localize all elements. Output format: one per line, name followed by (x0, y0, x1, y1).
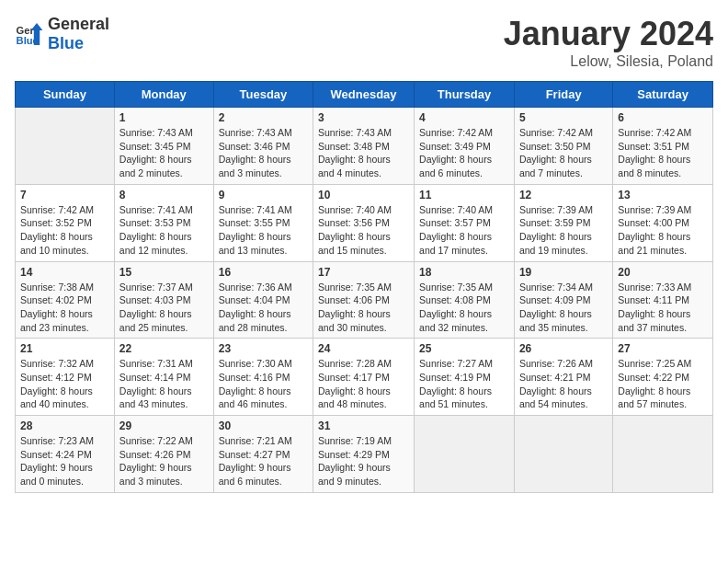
day-info: Sunrise: 7:27 AM Sunset: 4:19 PM Dayligh… (419, 357, 509, 411)
calendar-cell: 25Sunrise: 7:27 AM Sunset: 4:19 PM Dayli… (415, 339, 515, 416)
calendar-week-1: 1Sunrise: 7:43 AM Sunset: 3:45 PM Daylig… (16, 108, 713, 185)
day-number: 11 (419, 189, 509, 201)
calendar-cell: 17Sunrise: 7:35 AM Sunset: 4:06 PM Dayli… (313, 261, 415, 339)
day-number: 13 (618, 189, 708, 201)
day-header-saturday: Saturday (613, 82, 713, 108)
day-info: Sunrise: 7:19 AM Sunset: 4:29 PM Dayligh… (318, 434, 409, 488)
day-info: Sunrise: 7:32 AM Sunset: 4:12 PM Dayligh… (20, 357, 109, 411)
day-number: 6 (618, 111, 708, 124)
day-number: 21 (20, 342, 109, 355)
day-number: 8 (119, 189, 209, 201)
day-number: 14 (20, 266, 109, 279)
day-info: Sunrise: 7:35 AM Sunset: 4:06 PM Dayligh… (318, 281, 409, 335)
day-info: Sunrise: 7:30 AM Sunset: 4:16 PM Dayligh… (219, 357, 308, 411)
calendar-cell: 16Sunrise: 7:36 AM Sunset: 4:04 PM Dayli… (213, 261, 313, 339)
day-number: 15 (119, 266, 209, 279)
day-info: Sunrise: 7:25 AM Sunset: 4:22 PM Dayligh… (618, 357, 708, 411)
day-info: Sunrise: 7:39 AM Sunset: 4:00 PM Dayligh… (618, 203, 708, 258)
day-number: 26 (519, 342, 608, 355)
day-info: Sunrise: 7:33 AM Sunset: 4:11 PM Dayligh… (618, 281, 708, 335)
calendar-cell: 14Sunrise: 7:38 AM Sunset: 4:02 PM Dayli… (16, 261, 115, 339)
calendar-subtitle: Lelow, Silesia, Poland (504, 53, 713, 70)
calendar-cell: 30Sunrise: 7:21 AM Sunset: 4:27 PM Dayli… (213, 416, 313, 493)
day-info: Sunrise: 7:41 AM Sunset: 3:53 PM Dayligh… (119, 203, 209, 258)
calendar-cell (514, 416, 612, 493)
calendar-title: January 2024 (504, 15, 713, 53)
day-info: Sunrise: 7:26 AM Sunset: 4:21 PM Dayligh… (519, 357, 608, 411)
page-header: Gen Blue General Blue January 2024 Lelow… (15, 15, 713, 70)
calendar-cell: 23Sunrise: 7:30 AM Sunset: 4:16 PM Dayli… (213, 339, 313, 416)
day-number: 28 (20, 419, 109, 432)
calendar-cell: 26Sunrise: 7:26 AM Sunset: 4:21 PM Dayli… (514, 339, 612, 416)
title-block: January 2024 Lelow, Silesia, Poland (504, 15, 713, 70)
logo-icon: Gen Blue (15, 19, 44, 49)
calendar-cell: 19Sunrise: 7:34 AM Sunset: 4:09 PM Dayli… (514, 261, 612, 339)
calendar-body: 1Sunrise: 7:43 AM Sunset: 3:45 PM Daylig… (16, 108, 713, 493)
calendar-cell: 4Sunrise: 7:42 AM Sunset: 3:49 PM Daylig… (415, 108, 515, 185)
day-info: Sunrise: 7:42 AM Sunset: 3:52 PM Dayligh… (20, 203, 109, 258)
day-info: Sunrise: 7:43 AM Sunset: 3:48 PM Dayligh… (318, 126, 409, 180)
calendar-week-3: 14Sunrise: 7:38 AM Sunset: 4:02 PM Dayli… (16, 261, 713, 339)
day-info: Sunrise: 7:40 AM Sunset: 3:56 PM Dayligh… (318, 203, 409, 258)
day-info: Sunrise: 7:42 AM Sunset: 3:51 PM Dayligh… (618, 126, 708, 180)
day-header-sunday: Sunday (16, 82, 115, 108)
day-header-thursday: Thursday (415, 82, 515, 108)
calendar-cell (16, 108, 115, 185)
day-number: 3 (318, 111, 409, 124)
day-number: 25 (419, 342, 509, 355)
day-info: Sunrise: 7:22 AM Sunset: 4:26 PM Dayligh… (119, 434, 209, 488)
day-info: Sunrise: 7:36 AM Sunset: 4:04 PM Dayligh… (219, 281, 308, 335)
day-info: Sunrise: 7:35 AM Sunset: 4:08 PM Dayligh… (419, 281, 509, 335)
calendar-cell: 20Sunrise: 7:33 AM Sunset: 4:11 PM Dayli… (613, 261, 713, 339)
calendar-cell: 31Sunrise: 7:19 AM Sunset: 4:29 PM Dayli… (313, 416, 415, 493)
calendar-header: SundayMondayTuesdayWednesdayThursdayFrid… (16, 82, 713, 108)
calendar-cell: 2Sunrise: 7:43 AM Sunset: 3:46 PM Daylig… (213, 108, 313, 185)
day-info: Sunrise: 7:23 AM Sunset: 4:24 PM Dayligh… (20, 434, 109, 488)
day-number: 17 (318, 266, 409, 279)
day-number: 7 (20, 189, 109, 201)
calendar-cell: 13Sunrise: 7:39 AM Sunset: 4:00 PM Dayli… (613, 184, 713, 261)
day-info: Sunrise: 7:37 AM Sunset: 4:03 PM Dayligh… (119, 281, 209, 335)
calendar-week-4: 21Sunrise: 7:32 AM Sunset: 4:12 PM Dayli… (16, 339, 713, 416)
calendar-cell: 22Sunrise: 7:31 AM Sunset: 4:14 PM Dayli… (114, 339, 213, 416)
day-info: Sunrise: 7:40 AM Sunset: 3:57 PM Dayligh… (419, 203, 509, 258)
calendar-cell (415, 416, 515, 493)
day-number: 19 (519, 266, 608, 279)
calendar-table: SundayMondayTuesdayWednesdayThursdayFrid… (15, 81, 713, 493)
day-number: 4 (419, 111, 509, 124)
day-number: 12 (519, 189, 608, 201)
calendar-cell: 1Sunrise: 7:43 AM Sunset: 3:45 PM Daylig… (114, 108, 213, 185)
day-number: 29 (119, 419, 209, 432)
day-number: 16 (219, 266, 308, 279)
day-info: Sunrise: 7:43 AM Sunset: 3:46 PM Dayligh… (219, 126, 308, 180)
calendar-cell: 24Sunrise: 7:28 AM Sunset: 4:17 PM Dayli… (313, 339, 415, 416)
day-info: Sunrise: 7:41 AM Sunset: 3:55 PM Dayligh… (219, 203, 308, 258)
logo: Gen Blue General Blue (15, 15, 109, 53)
day-number: 31 (318, 419, 409, 432)
calendar-cell (613, 416, 713, 493)
calendar-cell: 8Sunrise: 7:41 AM Sunset: 3:53 PM Daylig… (114, 184, 213, 261)
day-number: 22 (119, 342, 209, 355)
calendar-cell: 5Sunrise: 7:42 AM Sunset: 3:50 PM Daylig… (514, 108, 612, 185)
day-info: Sunrise: 7:42 AM Sunset: 3:50 PM Dayligh… (519, 126, 608, 180)
day-info: Sunrise: 7:34 AM Sunset: 4:09 PM Dayligh… (519, 281, 608, 335)
calendar-cell: 7Sunrise: 7:42 AM Sunset: 3:52 PM Daylig… (16, 184, 115, 261)
calendar-cell: 18Sunrise: 7:35 AM Sunset: 4:08 PM Dayli… (415, 261, 515, 339)
day-header-tuesday: Tuesday (213, 82, 313, 108)
day-number: 24 (318, 342, 409, 355)
logo-general: General (48, 15, 109, 33)
calendar-cell: 3Sunrise: 7:43 AM Sunset: 3:48 PM Daylig… (313, 108, 415, 185)
day-number: 9 (219, 189, 308, 201)
day-info: Sunrise: 7:43 AM Sunset: 3:45 PM Dayligh… (119, 126, 209, 180)
day-number: 5 (519, 111, 608, 124)
calendar-cell: 27Sunrise: 7:25 AM Sunset: 4:22 PM Dayli… (613, 339, 713, 416)
calendar-cell: 6Sunrise: 7:42 AM Sunset: 3:51 PM Daylig… (613, 108, 713, 185)
calendar-week-2: 7Sunrise: 7:42 AM Sunset: 3:52 PM Daylig… (16, 184, 713, 261)
calendar-cell: 21Sunrise: 7:32 AM Sunset: 4:12 PM Dayli… (16, 339, 115, 416)
day-info: Sunrise: 7:42 AM Sunset: 3:49 PM Dayligh… (419, 126, 509, 180)
day-number: 30 (219, 419, 308, 432)
day-number: 20 (618, 266, 708, 279)
day-number: 1 (119, 111, 209, 124)
day-info: Sunrise: 7:21 AM Sunset: 4:27 PM Dayligh… (219, 434, 308, 488)
day-number: 23 (219, 342, 308, 355)
